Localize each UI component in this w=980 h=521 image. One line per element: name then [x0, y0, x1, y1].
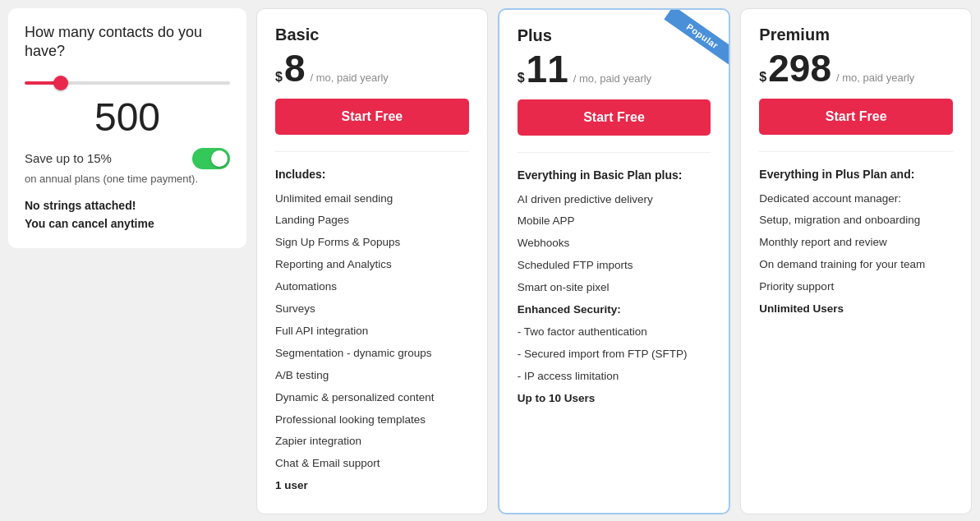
feature-item: Up to 10 Users	[518, 388, 711, 410]
features-intro: Includes:	[275, 164, 469, 187]
toggle-slider	[192, 148, 230, 169]
feature-item: AI driven predictive delivery	[518, 189, 711, 211]
price-symbol: $	[759, 71, 766, 84]
plan-name: Premium	[759, 25, 953, 44]
price-symbol: $	[275, 71, 283, 84]
annual-toggle[interactable]	[192, 148, 230, 169]
feature-item: Unlimited Users	[759, 298, 953, 320]
feature-item: Landing Pages	[275, 210, 469, 232]
feature-item: Webhooks	[518, 233, 711, 255]
divider	[518, 152, 711, 153]
contact-count-display: 500	[25, 95, 230, 140]
feature-item: Scheduled FTP imports	[518, 255, 711, 277]
features-list: Everything in Basic Plan plus: AI driven…	[518, 164, 711, 410]
feature-item: Chat & Email support	[275, 453, 469, 475]
price-period: / mo, paid yearly	[573, 72, 651, 85]
toggle-row: Save up to 15%	[25, 148, 230, 169]
features-list: Includes: Unlimited email sendingLanding…	[275, 164, 469, 497]
save-label: Save up to 15%	[25, 151, 112, 165]
feature-item: A/B testing	[275, 365, 469, 387]
left-panel: How many contacts do you have? 500 Save …	[8, 8, 246, 248]
feature-item: - IP access limitation	[518, 366, 711, 388]
price-amount: 11	[527, 50, 568, 88]
feature-item: Full API integration	[275, 320, 469, 343]
feature-item: On demand training for your team	[759, 254, 953, 276]
pricing-card-plus: Popular Plus $ 11 / mo, paid yearly Star…	[498, 8, 731, 514]
feature-item: Zapier integration	[275, 431, 469, 453]
contacts-slider[interactable]	[25, 81, 230, 85]
no-strings-line1: No strings attached!	[25, 199, 136, 212]
price-period: / mo, paid yearly	[836, 71, 914, 84]
feature-item: Monthly report and review	[759, 232, 953, 254]
divider	[759, 151, 953, 152]
feature-item: Dynamic & personalized content	[275, 387, 469, 409]
features-intro: Everything in Basic Plan plus:	[518, 164, 711, 187]
no-strings-line2: You can cancel anytime	[25, 217, 154, 230]
start-free-button[interactable]: Start Free	[275, 99, 469, 135]
feature-item: Unlimited email sending	[275, 188, 469, 210]
feature-item: Automations	[275, 276, 469, 298]
pricing-card-premium: Premium $ 298 / mo, paid yearly Start Fr…	[740, 8, 972, 514]
feature-item: Dedicated account manager:	[759, 188, 953, 210]
features-list: Everything in Plus Plan and: Dedicated a…	[759, 164, 953, 320]
feature-item: Surveys	[275, 298, 469, 320]
feature-item: - Secured import from FTP (SFTP)	[518, 343, 711, 366]
feature-item: Sign Up Forms & Popups	[275, 232, 469, 254]
plan-price: $ 298 / mo, paid yearly	[759, 49, 953, 87]
feature-item: Reporting and Analytics	[275, 254, 469, 276]
pricing-card-basic: Basic $ 8 / mo, paid yearly Start Free I…	[256, 8, 488, 514]
feature-item: 1 user	[275, 475, 469, 497]
price-amount: 8	[284, 49, 306, 87]
page-wrapper: How many contacts do you have? 500 Save …	[8, 8, 972, 514]
contacts-question: How many contacts do you have?	[25, 23, 230, 62]
start-free-button[interactable]: Start Free	[759, 99, 953, 135]
features-intro: Everything in Plus Plan and:	[759, 164, 953, 187]
feature-item: Priority support	[759, 276, 953, 298]
feature-item: Setup, migration and onboarding	[759, 210, 953, 232]
feature-item: - Two factor authentication	[518, 321, 711, 343]
plan-name: Basic	[275, 25, 469, 44]
price-amount: 298	[768, 49, 831, 87]
start-free-button[interactable]: Start Free	[518, 99, 711, 136]
pricing-cards: Basic $ 8 / mo, paid yearly Start Free I…	[256, 8, 972, 514]
price-symbol: $	[518, 71, 525, 85]
feature-item: Smart on-site pixel	[518, 277, 711, 299]
divider	[275, 151, 469, 152]
plan-price: $ 8 / mo, paid yearly	[275, 49, 469, 87]
feature-item: Mobile APP	[518, 210, 711, 233]
slider-container[interactable]	[25, 73, 230, 88]
price-period: / mo, paid yearly	[311, 71, 389, 84]
feature-item: Enhanced Security:	[518, 299, 711, 321]
no-strings: No strings attached! You can cancel anyt…	[25, 196, 230, 233]
annual-note: on annual plans (one time payment).	[25, 173, 230, 185]
feature-item: Professional looking templates	[275, 409, 469, 431]
feature-item: Segmentation - dynamic groups	[275, 343, 469, 365]
plan-price: $ 11 / mo, paid yearly	[518, 50, 711, 88]
